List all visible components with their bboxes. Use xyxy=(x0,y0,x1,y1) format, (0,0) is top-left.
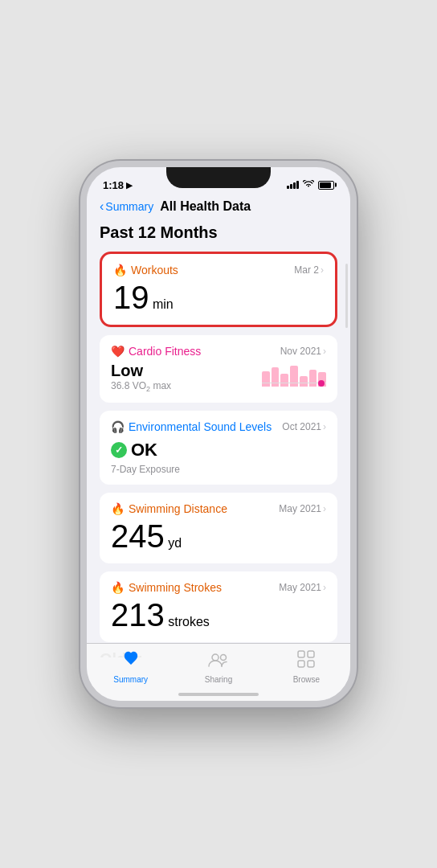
cardio-date: Nov 2021 › xyxy=(280,346,326,357)
cardio-value-area: Low 36.8 VO2 max xyxy=(111,362,171,393)
tab-summary[interactable]: Summary xyxy=(87,650,174,684)
swim-strk-header: 🔥 Swimming Strokes May 2021 › xyxy=(111,581,326,594)
svg-rect-5 xyxy=(308,661,314,667)
back-chevron-icon: ‹ xyxy=(100,200,104,213)
wifi-icon xyxy=(303,180,314,190)
swim-dist-label: 🔥 Swimming Distance xyxy=(111,502,227,515)
back-label: Summary xyxy=(105,200,153,213)
signal-bars xyxy=(287,181,299,189)
chart-baseline xyxy=(262,383,326,383)
chart-bar-1 xyxy=(262,371,270,387)
swim-dist-unit: yd xyxy=(168,536,182,550)
svg-point-0 xyxy=(212,654,218,661)
chart-bar-3 xyxy=(280,374,288,387)
swim-dist-chevron: › xyxy=(323,503,326,514)
swim-strk-value-row: 213 strokes xyxy=(111,597,326,633)
swim-dist-date: May 2021 › xyxy=(279,503,326,514)
env-status: OK xyxy=(131,440,157,461)
env-date: Oct 2021 › xyxy=(282,421,326,432)
env-icon: 🎧 xyxy=(111,420,125,433)
main-content: Past 12 Months 🔥 Workouts Mar 2 › 19 min xyxy=(87,220,350,657)
cardio-label: ❤️ Cardio Fitness xyxy=(111,345,201,358)
cardio-icon: ❤️ xyxy=(111,345,125,358)
phone-frame: 1:18 ▶ xyxy=(80,161,357,707)
chart-bar-5 xyxy=(300,376,308,387)
browse-tab-icon xyxy=(297,650,315,673)
cardio-chart-area xyxy=(262,361,326,393)
phone-inner: 1:18 ▶ xyxy=(87,167,350,701)
swim-dist-value: 245 xyxy=(111,518,165,554)
notch xyxy=(166,167,271,188)
cardio-chart xyxy=(262,361,326,393)
env-chevron: › xyxy=(323,421,326,432)
env-label: 🎧 Environmental Sound Levels xyxy=(111,420,272,433)
location-icon: ▶ xyxy=(126,181,133,190)
chart-bar-2 xyxy=(272,367,280,387)
workouts-value: 19 xyxy=(113,280,149,315)
chart-dot xyxy=(318,380,325,387)
card-workouts[interactable]: 🔥 Workouts Mar 2 › 19 min xyxy=(100,252,337,327)
browse-tab-label: Browse xyxy=(293,675,320,684)
cardio-subtitle: 36.8 VO2 max xyxy=(111,380,171,393)
svg-rect-4 xyxy=(298,661,304,667)
card-swimming-strokes[interactable]: 🔥 Swimming Strokes May 2021 › 213 stroke… xyxy=(100,571,337,642)
env-header: 🎧 Environmental Sound Levels Oct 2021 › xyxy=(111,420,326,433)
swim-strk-icon: 🔥 xyxy=(111,581,125,594)
cardio-status: Low xyxy=(111,362,171,380)
svg-rect-2 xyxy=(298,651,304,657)
sharing-tab-label: Sharing xyxy=(205,675,232,684)
svg-rect-3 xyxy=(308,651,314,657)
workouts-chevron: › xyxy=(321,264,324,276)
env-subtitle: 7-Day Exposure xyxy=(111,464,326,475)
home-indicator xyxy=(178,693,259,696)
summary-tab-icon xyxy=(121,650,141,673)
page-title: All Health Data xyxy=(160,199,251,214)
tab-browse[interactable]: Browse xyxy=(263,650,350,684)
tab-sharing[interactable]: Sharing xyxy=(174,650,262,684)
summary-tab-label: Summary xyxy=(113,675,148,684)
status-time: 1:18 ▶ xyxy=(103,179,133,191)
sharing-tab-icon xyxy=(208,650,229,673)
time-text: 1:18 xyxy=(103,179,124,191)
card-workouts-header: 🔥 Workouts Mar 2 › xyxy=(113,264,324,276)
swim-dist-header: 🔥 Swimming Distance May 2021 › xyxy=(111,502,326,515)
swim-strk-label: 🔥 Swimming Strokes xyxy=(111,581,222,594)
chart-bar-6 xyxy=(309,370,317,387)
workouts-icon: 🔥 xyxy=(113,264,127,276)
card-environmental-sound[interactable]: 🎧 Environmental Sound Levels Oct 2021 › … xyxy=(100,411,337,485)
status-icons xyxy=(287,180,334,190)
swim-strk-value: 213 xyxy=(111,597,165,633)
ok-check-icon: ✓ xyxy=(111,442,127,458)
scrollbar xyxy=(345,264,348,328)
back-button[interactable]: ‹ Summary xyxy=(100,200,153,213)
workouts-unit: min xyxy=(153,297,174,311)
swim-strk-chevron: › xyxy=(323,582,326,593)
card-swimming-distance[interactable]: 🔥 Swimming Distance May 2021 › 245 yd xyxy=(100,493,337,563)
svg-point-1 xyxy=(220,655,226,661)
env-ok-badge: ✓ OK xyxy=(111,440,157,461)
card-cardio-fitness[interactable]: ❤️ Cardio Fitness Nov 2021 › Low 36.8 VO… xyxy=(100,335,337,403)
swim-dist-icon: 🔥 xyxy=(111,502,125,515)
cardio-chevron: › xyxy=(323,346,326,357)
swim-strk-date: May 2021 › xyxy=(279,582,326,593)
workouts-value-row: 19 min xyxy=(113,280,324,315)
nav-bar: ‹ Summary All Health Data xyxy=(87,196,350,220)
cardio-header: ❤️ Cardio Fitness Nov 2021 › xyxy=(111,345,326,358)
swim-strk-unit: strokes xyxy=(168,615,210,628)
workouts-date: Mar 2 › xyxy=(294,264,324,276)
cardio-body: Low 36.8 VO2 max xyxy=(111,361,326,393)
section-title-past12months: Past 12 Months xyxy=(100,223,337,242)
battery-icon xyxy=(318,181,334,190)
swim-dist-value-row: 245 yd xyxy=(111,518,326,554)
chart-bar-4 xyxy=(290,366,298,387)
workouts-label: 🔥 Workouts xyxy=(113,264,178,276)
